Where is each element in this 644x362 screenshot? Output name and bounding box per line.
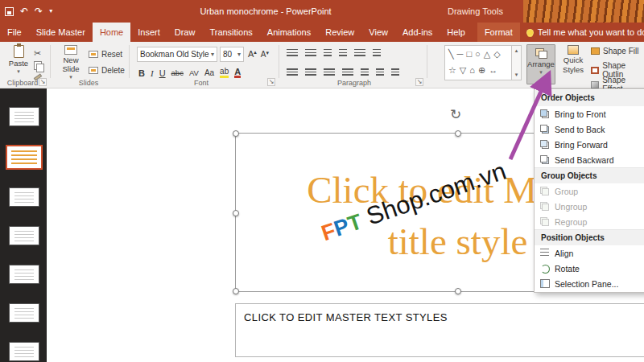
lightbulb-icon [526,29,534,36]
selection-handle-top-middle[interactable] [455,130,461,137]
slide-thumbnail-panel [0,88,47,362]
menu-item-align[interactable]: Align ▸ [535,245,644,261]
shape-fill-icon [591,47,600,55]
slide-thumbnail-3[interactable] [10,188,39,206]
selection-handle-top-left[interactable] [233,130,239,137]
scroll-down-icon[interactable]: ▾ [515,72,518,78]
tab-insert[interactable]: Insert [130,23,167,42]
align-text-button[interactable] [376,68,384,77]
tab-home[interactable]: Home [93,23,130,42]
increase-font-size-button[interactable]: A▴ [248,49,257,59]
bold-button[interactable]: B [138,68,145,78]
cut-button[interactable]: ✂ [34,48,41,59]
selection-pane-icon [540,279,549,288]
decrease-font-size-button[interactable]: A▾ [261,50,269,59]
selection-handle-bottom-middle[interactable] [455,288,461,294]
italic-button[interactable]: I [151,68,154,78]
arrange-caret-icon: ▾ [539,69,543,76]
align-center-button[interactable] [305,68,316,77]
font-name-combo[interactable]: Bookman Old Style (Hea ▾ [137,47,217,62]
menu-item-bring-to-front[interactable]: Bring to Front [535,106,644,121]
underline-button[interactable]: U [159,68,166,78]
menu-item-ungroup[interactable]: Ungroup [535,199,644,214]
text-direction-button[interactable] [373,49,381,58]
menu-item-send-backward[interactable]: Send Backward [535,152,644,167]
tab-file[interactable]: File [0,23,29,42]
delete-label: Delete [101,66,125,75]
font-size-caret-icon: ▾ [237,51,241,58]
font-color-button[interactable]: A [234,68,241,78]
shapes-gallery-scrollbar[interactable]: ▴ ▾ [511,46,521,80]
align-right-button[interactable] [324,68,335,77]
convert-smartart-button[interactable] [391,68,399,77]
slide-thumbnail-1[interactable] [10,108,39,125]
menu-item-bring-forward[interactable]: Bring Forward [535,137,644,152]
arrange-icon [535,48,547,59]
highlight-color-button[interactable]: ab [220,68,229,78]
menu-item-group[interactable]: Group [535,183,644,199]
slide-thumbnail-6[interactable] [10,304,39,322]
tell-me-box[interactable]: Tell me what you want to do [520,23,644,42]
delete-button[interactable]: Delete [89,66,125,75]
tab-help[interactable]: Help [440,23,473,42]
selection-handle-bottom-left[interactable] [233,288,239,294]
menu-item-rotate[interactable]: Rotate ▸ [535,261,644,276]
ungroup-icon [540,202,549,211]
tab-view[interactable]: View [361,23,395,42]
font-dialog-launcher[interactable]: ↘ [267,78,275,86]
master-body-text: CLICK TO EDIT MASTER TEXT STYLES [236,304,644,331]
tell-me-label: Tell me what you want to do [538,23,644,42]
arrange-label: Arrange [527,60,555,68]
numbering-button[interactable] [305,49,316,58]
tab-transitions[interactable]: Transitions [202,23,259,42]
increase-indent-button[interactable] [339,49,347,58]
shapes-gallery[interactable]: ╲─□○△◇ ☆▽⌂⊕↔ ▴ ▾ [444,45,522,80]
order-objects-header: Order Objects [535,90,644,106]
font-name-value: Bookman Old Style (Hea [140,50,209,59]
quick-styles-button[interactable]: Quick Styles [559,45,588,74]
paste-button[interactable]: Paste ▾ [6,45,31,75]
qat-customize-icon[interactable]: ▾ [49,8,52,14]
paragraph-dialog-launcher[interactable]: ↘ [415,78,423,86]
rotation-handle-icon[interactable]: ↻ [450,108,461,121]
tab-draw[interactable]: Draw [167,23,203,42]
bring-to-front-label: Bring to Front [555,109,644,119]
font-name-caret-icon: ▾ [211,51,214,58]
menu-item-selection-pane[interactable]: Selection Pane... [535,276,644,291]
strikethrough-button[interactable]: abc [171,68,184,77]
save-icon[interactable] [5,7,14,16]
bullets-button[interactable] [287,49,298,58]
new-slide-button[interactable]: New Slide ▾ [56,45,85,80]
menu-item-send-to-back[interactable]: Send to Back [535,121,644,137]
undo-icon[interactable]: ↶ [20,6,28,16]
slide-thumbnail-5[interactable] [10,265,39,283]
decrease-indent-button[interactable] [324,49,332,58]
redo-icon[interactable]: ↷ [35,6,43,16]
slide-thumbnail-4[interactable] [10,227,39,245]
change-case-button[interactable]: Aa [204,68,214,77]
clipboard-dialog-launcher[interactable]: ↘ [39,78,47,86]
scroll-up-icon[interactable]: ▴ [515,47,518,54]
send-to-back-label: Send to Back [555,125,644,134]
slide-thumbnail-7[interactable] [10,343,39,360]
shape-fill-button[interactable]: Shape Fill [591,47,638,56]
slide-thumbnail-2-selected[interactable] [7,146,41,168]
tab-format[interactable]: Format [477,23,520,42]
body-text-placeholder[interactable]: CLICK TO EDIT MASTER TEXT STYLES [235,303,644,357]
copy-button[interactable] [34,61,43,71]
paragraph-group-label: Paragraph [322,79,386,87]
columns-button[interactable] [361,68,369,77]
align-left-button[interactable] [287,68,298,77]
tab-addins[interactable]: Add-ins [395,23,440,42]
font-size-combo[interactable]: 80 ▾ [220,47,244,62]
character-spacing-button[interactable]: AV [189,68,199,77]
tab-slide-master[interactable]: Slide Master [29,23,93,42]
group-separator [279,45,279,78]
menu-item-regroup[interactable]: Regroup [535,214,644,229]
arrange-button[interactable]: Arrange ▾ [526,44,555,84]
justify-button[interactable] [342,68,353,77]
tab-animations[interactable]: Animations [260,23,318,42]
tab-review[interactable]: Review [318,23,361,42]
reset-button[interactable]: Reset [89,50,122,59]
line-spacing-button[interactable] [354,49,365,58]
